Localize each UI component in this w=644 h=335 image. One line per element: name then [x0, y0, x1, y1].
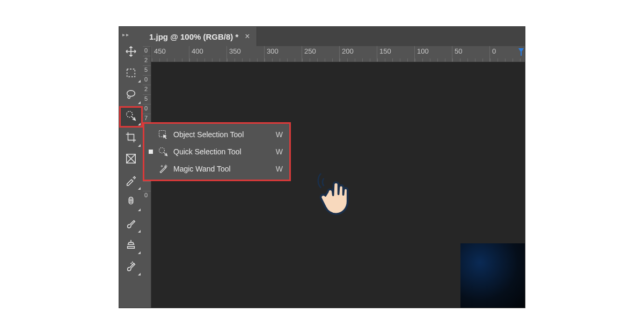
- quick-selection-icon: [125, 110, 137, 124]
- flyout-item-shortcut: W: [276, 130, 283, 139]
- lasso-icon: [125, 88, 137, 102]
- ruler-tick: 0: [143, 75, 151, 85]
- ruler-tick: 200: [339, 46, 377, 62]
- quick-selection-icon: [157, 146, 169, 158]
- ruler-tick: 400: [189, 46, 226, 62]
- brush-tool[interactable]: [119, 213, 143, 235]
- brush-icon: [125, 217, 137, 231]
- frame-icon: [125, 153, 137, 167]
- history-brush-tool[interactable]: [119, 256, 143, 278]
- selection-tool-flyout: Object Selection Tool W Quick Selection …: [143, 122, 291, 181]
- ruler-tick: [143, 181, 151, 191]
- ruler-tick: 300: [264, 46, 302, 62]
- history-brush-icon: [125, 260, 137, 274]
- move-tool[interactable]: [119, 42, 143, 63]
- lasso-tool[interactable]: [119, 85, 143, 106]
- eyedropper-tool[interactable]: [119, 170, 143, 192]
- toolbar-expand-grip[interactable]: ▸▸: [119, 27, 143, 42]
- flyout-item-label: Object Selection Tool: [173, 130, 272, 139]
- move-icon: [125, 46, 137, 59]
- ruler-tick: 5: [143, 94, 151, 104]
- svg-marker-0: [518, 48, 524, 53]
- flyout-item-shortcut: W: [276, 165, 283, 173]
- chevron-down-icon: [517, 47, 525, 57]
- flyout-item-label: Magic Wand Tool: [173, 165, 272, 173]
- ruler-tick: 150: [377, 46, 414, 62]
- svg-rect-1: [521, 52, 522, 56]
- marquee-tool[interactable]: [119, 63, 143, 85]
- object-selection-icon: [157, 129, 169, 140]
- open-image-thumbnail: [460, 243, 525, 308]
- flyout-item-magic-wand[interactable]: Magic Wand Tool W: [144, 160, 289, 177]
- document-tab-title: 1.jpg @ 100% (RGB/8) *: [149, 32, 238, 41]
- ruler-tick: 250: [302, 46, 339, 62]
- crop-tool[interactable]: [119, 128, 143, 149]
- frame-tool[interactable]: [119, 149, 143, 170]
- pointing-hand-icon: [312, 172, 361, 220]
- ruler-tick: 100: [414, 46, 452, 62]
- ruler-tick: 50: [452, 46, 489, 62]
- ruler-tick: 0: [143, 104, 151, 114]
- horizontal-ruler[interactable]: 450 400 350 300 250 200 150 100 50 0 50: [151, 46, 525, 62]
- ruler-tick: 0: [143, 191, 151, 200]
- document-tab-bar: 1.jpg @ 100% (RGB/8) * ×: [143, 27, 525, 46]
- ruler-tick: 2: [143, 85, 151, 94]
- tools-panel: [119, 42, 143, 308]
- svg-point-8: [159, 148, 165, 153]
- ruler-tick: 450: [151, 46, 189, 62]
- magic-wand-icon: [157, 163, 169, 175]
- ruler-tick: 350: [226, 46, 264, 62]
- svg-rect-2: [127, 69, 135, 77]
- selected-indicator: [149, 150, 153, 154]
- healing-brush-icon: [125, 196, 137, 210]
- quick-selection-tool[interactable]: [119, 106, 143, 128]
- eyedropper-icon: [125, 174, 137, 188]
- crop-icon: [125, 131, 137, 145]
- photoshop-window: ▸▸ 1.jpg @ 100% (RGB/8) * × 450 400 350 …: [119, 27, 525, 308]
- document-tab[interactable]: 1.jpg @ 100% (RGB/8) * ×: [143, 27, 257, 46]
- flyout-item-shortcut: W: [276, 147, 283, 156]
- svg-point-3: [127, 91, 135, 96]
- flyout-item-label: Quick Selection Tool: [173, 147, 272, 156]
- marquee-icon: [125, 67, 137, 81]
- flyout-item-quick-selection[interactable]: Quick Selection Tool W: [144, 143, 289, 160]
- ruler-tick: 0: [143, 46, 151, 56]
- clone-stamp-tool[interactable]: [119, 235, 143, 256]
- svg-point-4: [127, 111, 133, 117]
- flyout-item-object-selection[interactable]: Object Selection Tool W: [144, 126, 289, 143]
- ruler-tick: 2: [143, 56, 151, 65]
- close-icon[interactable]: ×: [245, 32, 250, 41]
- healing-brush-tool[interactable]: [119, 192, 143, 213]
- ruler-tick: 5: [143, 65, 151, 75]
- clone-stamp-icon: [125, 239, 137, 252]
